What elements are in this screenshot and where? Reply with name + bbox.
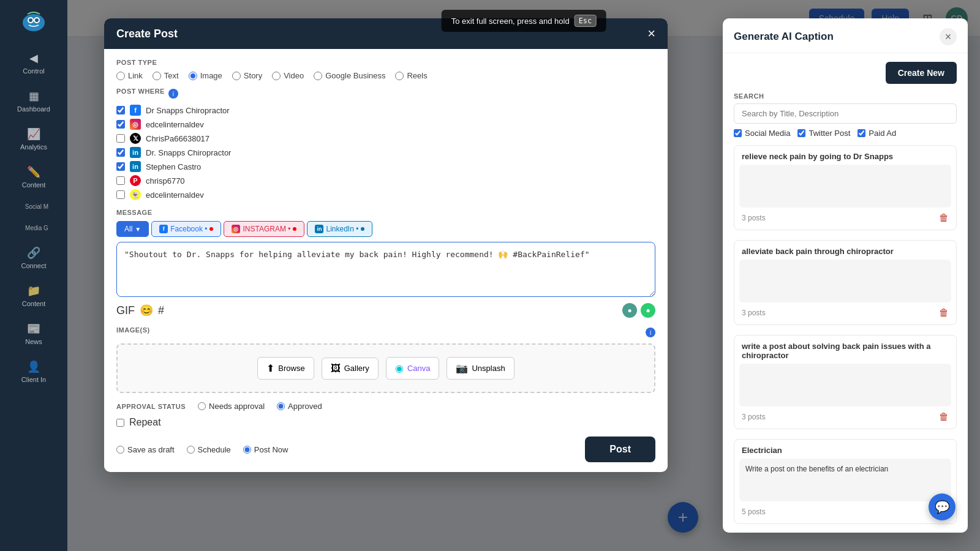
char-count-green: ● <box>641 303 655 318</box>
post-type-google-radio[interactable] <box>314 72 322 80</box>
message-section: MESSAGE All ▼ f Facebook • ◎ <box>116 209 655 318</box>
gallery-button[interactable]: 🖼 Gallery <box>322 358 379 380</box>
post-type-story[interactable]: Story <box>232 71 262 80</box>
post-type-video[interactable]: Video <box>272 71 304 80</box>
posts-count: 3 posts <box>742 214 766 222</box>
account-edcel-ig: ◎ edcelinternaldev <box>116 119 655 130</box>
hashtag-icon[interactable]: # <box>158 304 164 317</box>
repeat-checkbox[interactable] <box>116 419 124 427</box>
post-type-reels[interactable]: Reels <box>395 71 427 80</box>
image-upload-area: ⬆ Browse 🖼 Gallery ◉ Canva 📷 <box>116 343 655 393</box>
modal-close-button[interactable]: × <box>647 27 655 40</box>
message-textarea[interactable]: "Shoutout to Dr. Snapps for helping alle… <box>116 242 655 297</box>
tab-all[interactable]: All ▼ <box>116 221 149 237</box>
post-type-reels-radio[interactable] <box>395 72 404 80</box>
needs-approval-option[interactable]: Needs approval <box>198 402 265 411</box>
post-type-link-radio[interactable] <box>116 72 125 80</box>
sidebar-item-social-m[interactable]: Social M <box>0 197 67 216</box>
filter-paid-ad[interactable]: Paid Ad <box>858 129 896 138</box>
account-label: ChrisPa66638017 <box>146 134 209 143</box>
repeat-label[interactable]: Repeat <box>129 417 161 428</box>
delete-caption-button[interactable]: 🗑 <box>939 212 949 223</box>
account-edcel-snap-checkbox[interactable] <box>116 190 125 199</box>
images-info-icon[interactable]: i <box>646 328 655 337</box>
post-type-image[interactable]: Image <box>189 71 222 80</box>
account-edcel-ig-checkbox[interactable] <box>116 120 125 129</box>
post-where-info-icon[interactable]: i <box>168 89 178 99</box>
tab-ig-icon: ◎ <box>232 225 240 233</box>
create-post-modal: Create Post × POST TYPE Link Text <box>104 18 668 472</box>
account-dr-snapps-li-checkbox[interactable] <box>116 148 125 157</box>
caption-title: Electrician <box>734 440 956 459</box>
filter-twitter-post[interactable]: Twitter Post <box>797 129 850 138</box>
social-m-label: Social M <box>25 203 48 210</box>
post-type-section: POST TYPE Link Text Image Story <box>116 59 655 80</box>
post-type-image-radio[interactable] <box>189 72 197 80</box>
content-icon: ✏️ <box>27 165 40 179</box>
account-chrispa-tw-checkbox[interactable] <box>116 134 125 143</box>
account-chrisp-pi-checkbox[interactable] <box>116 176 125 185</box>
sidebar-item-dashboard[interactable]: ▦ Dashboard <box>0 83 67 119</box>
sidebar-item-news[interactable]: 📰 News <box>0 316 67 351</box>
approved-radio[interactable] <box>277 402 285 410</box>
chat-fab-button[interactable]: 💬 <box>929 493 956 520</box>
post-type-text-radio[interactable] <box>153 72 161 80</box>
post-where-header: POST WHERE i <box>116 88 655 100</box>
post-type-google[interactable]: Google Business <box>314 71 385 80</box>
needs-approval-radio[interactable] <box>198 402 206 410</box>
app-container: ◀ Control ▦ Dashboard 📈 Analytics ✏️ Con… <box>0 0 980 551</box>
post-type-story-radio[interactable] <box>232 72 241 80</box>
canva-button[interactable]: ◉ Canva <box>386 357 440 380</box>
sidebar-item-connect[interactable]: 🔗 Connect <box>0 240 67 276</box>
browse-icon: ⬆ <box>266 362 274 374</box>
linkedin-icon: in <box>130 147 141 158</box>
sidebar-item-content2[interactable]: 📁 Content <box>0 278 67 313</box>
save-options: Save as draft Schedule Post Now <box>116 445 288 454</box>
create-new-button[interactable]: Create New <box>886 62 957 84</box>
post-button[interactable]: Post <box>585 437 655 462</box>
ai-panel-title: Generate AI Caption <box>734 31 834 43</box>
tab-instagram[interactable]: ◎ INSTAGRAM • <box>224 221 304 237</box>
sidebar-item-control[interactable]: ◀ Control <box>0 45 67 81</box>
post-type-video-radio[interactable] <box>272 72 281 80</box>
sidebar-item-analytics[interactable]: 📈 Analytics <box>0 121 67 157</box>
search-input[interactable] <box>734 103 957 124</box>
sidebar-item-client[interactable]: 👤 Client In <box>0 354 67 389</box>
sidebar-item-media-g[interactable]: Media G <box>0 219 67 238</box>
account-chrispa-tw: 𝕏 ChrisPa66638017 <box>116 133 655 144</box>
post-type-group: Link Text Image Story Video <box>116 71 655 80</box>
account-stephen-li-checkbox[interactable] <box>116 162 125 171</box>
caption-title: relieve neck pain by going to Dr Snapps <box>734 146 956 165</box>
post-type-text[interactable]: Text <box>153 71 179 80</box>
filter-social-media-checkbox[interactable] <box>734 129 742 137</box>
schedule-radio[interactable] <box>187 446 195 454</box>
bottom-row: Save as draft Schedule Post Now Post <box>116 437 655 462</box>
save-as-draft-option[interactable]: Save as draft <box>116 445 175 454</box>
emoji-icon[interactable]: 😊 <box>140 304 153 317</box>
tab-facebook[interactable]: f Facebook • <box>151 221 221 237</box>
delete-caption-button[interactable]: 🗑 <box>939 307 949 318</box>
save-draft-radio[interactable] <box>116 446 124 454</box>
fb-dot <box>209 227 213 231</box>
approved-option[interactable]: Approved <box>277 402 322 411</box>
filter-social-media[interactable]: Social Media <box>734 129 790 138</box>
schedule-option[interactable]: Schedule <box>187 445 231 454</box>
account-dr-snapps-fb-checkbox[interactable] <box>116 106 125 114</box>
search-label: SEARCH <box>734 92 957 100</box>
post-type-link[interactable]: Link <box>116 71 143 80</box>
account-label: edcelinternaldev <box>146 120 204 129</box>
filter-paid-ad-checkbox[interactable] <box>858 129 865 137</box>
browse-button[interactable]: ⬆ Browse <box>257 357 314 380</box>
sidebar-item-label: News <box>25 338 42 345</box>
search-section: SEARCH Social Media Twitter Post <box>734 92 957 138</box>
images-header: IMAGE(S) i <box>116 326 655 339</box>
gif-icon[interactable]: GIF <box>116 304 135 317</box>
unsplash-button[interactable]: 📷 Unsplash <box>447 357 514 380</box>
filter-twitter-post-checkbox[interactable] <box>797 129 805 137</box>
ai-panel-close-button[interactable]: × <box>940 28 957 45</box>
tab-linkedin[interactable]: in LinkedIn • <box>307 221 372 237</box>
sidebar-item-content[interactable]: ✏️ Content <box>0 159 67 195</box>
delete-caption-button[interactable]: 🗑 <box>939 411 949 422</box>
post-now-option[interactable]: Post Now <box>243 445 288 454</box>
post-now-radio[interactable] <box>243 446 251 454</box>
